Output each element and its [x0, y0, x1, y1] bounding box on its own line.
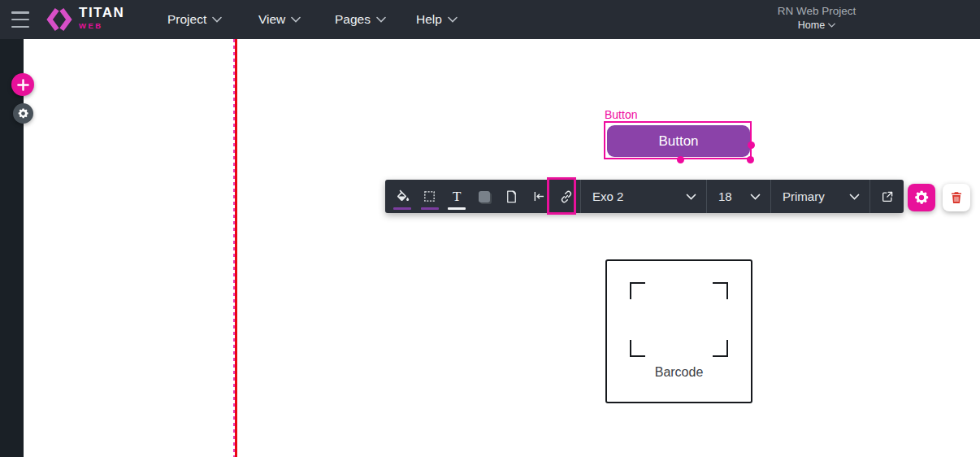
chevron-down-icon	[750, 194, 761, 200]
menu-pages[interactable]: Pages	[335, 0, 386, 39]
brand-text: TITAN WEB	[79, 6, 124, 30]
shadow-icon	[479, 191, 490, 202]
scan-corner-icon	[630, 340, 645, 357]
font-size-dropdown[interactable]: 18	[706, 180, 770, 213]
border-icon	[423, 189, 436, 203]
fill-color-swatch	[393, 207, 411, 210]
chevron-down-icon	[686, 194, 696, 200]
add-element-button[interactable]	[11, 73, 34, 96]
menu-help[interactable]: Help	[416, 0, 457, 39]
selected-element-label: Button	[605, 108, 637, 121]
style-preset-value: Primary	[783, 189, 825, 203]
open-external-icon	[880, 189, 895, 204]
open-external-button[interactable]	[869, 180, 904, 213]
delete-trash-icon	[949, 190, 964, 205]
text-color-swatch	[448, 207, 466, 210]
gear-icon	[17, 107, 29, 120]
font-family-dropdown[interactable]: Exo 2	[580, 180, 706, 213]
page-selector[interactable]: Home	[798, 20, 835, 31]
project-name: RN Web Project	[764, 5, 869, 17]
canvas-button-element[interactable]: Button	[607, 125, 750, 157]
menu-project-label: Project	[167, 12, 206, 27]
page-action-button[interactable]	[498, 180, 526, 213]
menu-view-label: View	[258, 12, 285, 27]
page-icon	[504, 189, 519, 204]
border-color-swatch	[421, 207, 439, 210]
resize-handle-bottom[interactable]	[677, 156, 684, 163]
chevron-down-icon	[291, 16, 301, 23]
chevron-down-icon	[212, 16, 222, 23]
text-style-icon: T	[453, 189, 461, 203]
font-family-value: Exo 2	[592, 189, 623, 203]
titan-logo-icon	[46, 6, 73, 33]
text-style-button[interactable]: T	[443, 180, 470, 213]
scan-corner-icon	[713, 340, 728, 357]
resize-handle-right[interactable]	[748, 141, 755, 149]
element-settings-button[interactable]	[908, 184, 935, 211]
fill-color-button[interactable]	[388, 180, 416, 213]
brand-subtitle: WEB	[79, 22, 124, 30]
scan-corner-icon	[630, 282, 645, 299]
chevron-down-icon	[376, 16, 386, 23]
format-toolbar: T	[385, 180, 904, 213]
border-button[interactable]	[416, 180, 444, 213]
font-size-value: 18	[718, 189, 732, 203]
top-navbar: TITAN WEB Project View Pages Help RN Web…	[0, 0, 980, 39]
hamburger-menu-icon[interactable]	[11, 11, 29, 28]
brand-title: TITAN	[79, 6, 124, 20]
menu-help-label: Help	[416, 12, 442, 27]
plus-icon	[17, 79, 29, 91]
chevron-down-icon	[448, 16, 457, 23]
spacing-icon	[531, 189, 547, 204]
rail-settings-button[interactable]	[13, 103, 33, 124]
guide-line	[235, 39, 237, 457]
project-info: RN Web Project Home	[764, 5, 869, 32]
style-preset-dropdown[interactable]: Primary	[770, 180, 869, 213]
barcode-element[interactable]: Barcode	[605, 259, 752, 403]
left-rail	[0, 39, 24, 457]
menu-project[interactable]: Project	[167, 0, 222, 39]
delete-element-button[interactable]	[943, 184, 970, 211]
shadow-button[interactable]	[470, 180, 498, 213]
barcode-label: Barcode	[607, 365, 751, 380]
chevron-down-icon	[828, 23, 835, 28]
link-button-highlight-box	[547, 177, 576, 215]
fill-icon	[394, 189, 410, 204]
current-page-label: Home	[798, 20, 825, 31]
settings-gear-icon	[913, 189, 930, 206]
menu-pages-label: Pages	[335, 12, 371, 27]
scan-corner-icon	[713, 282, 728, 299]
resize-handle-bottom-right[interactable]	[747, 156, 754, 163]
design-canvas[interactable]	[24, 39, 980, 457]
chevron-down-icon	[849, 194, 860, 200]
menu-view[interactable]: View	[258, 0, 301, 39]
